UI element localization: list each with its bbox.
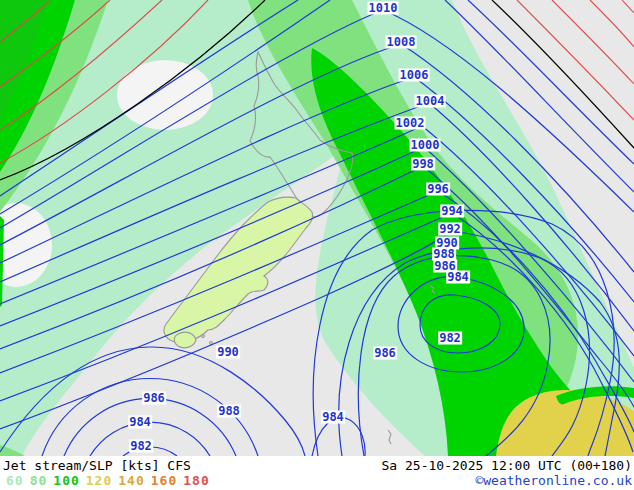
legend-value: 100 [53,473,79,488]
legend-value: 180 [183,473,209,488]
chart-title: Jet stream/SLP [kts] CFS [3,458,191,473]
legend-value: 160 [151,473,177,488]
legend-value: 60 [6,473,24,488]
legend-value: 80 [30,473,48,488]
weather-map-screenshot: 1010100810061004100210009989969949929909… [0,0,634,490]
copyright-link[interactable]: ©weatheronline.co.uk [475,473,632,488]
legend-value: 120 [86,473,112,488]
wind-speed-legend: 6080100120140160180 [6,473,216,488]
legend-value: 140 [118,473,144,488]
map-footer: Jet stream/SLP [kts] CFS Sa 25-10-2025 1… [0,456,634,490]
stewart-island [174,332,196,348]
valid-datetime: Sa 25-10-2025 12:00 UTC (00+180) [382,458,632,473]
map-canvas [0,0,634,456]
